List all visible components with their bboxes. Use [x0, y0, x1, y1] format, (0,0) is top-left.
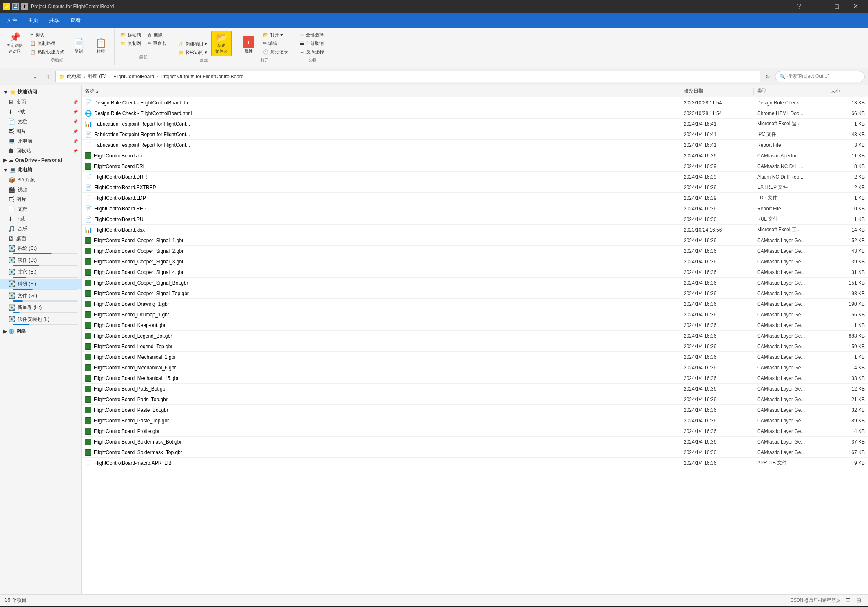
easy-access-button[interactable]: ⭐ 轻松访问 ▾	[176, 49, 210, 56]
history-button[interactable]: 🕐 历史记录	[261, 48, 291, 56]
table-row[interactable]: FlightControlBoard_Pads_Bot.gbr 2024/1/4…	[82, 384, 868, 394]
table-row[interactable]: 📄 FlightControlBoard.RUL 2024/1/4 16:36 …	[82, 214, 868, 225]
sidebar-item-recycle[interactable]: 🗑 回收站 📌	[0, 146, 81, 156]
copy-to-button[interactable]: 📁 复制到	[118, 40, 144, 47]
sidebar-item-downloads[interactable]: ⬇ 下载 📌	[0, 107, 81, 117]
address-path[interactable]: 📁 此电脑 › 科研 (F:) › FlightControlBoard › P…	[55, 71, 760, 82]
table-row[interactable]: 📊 Fabrication Testpoint Report for Fligh…	[82, 119, 868, 129]
network-header[interactable]: ▶ 🌐 网络	[0, 326, 81, 336]
sidebar-drive-e[interactable]: 💽 其它 (E:)	[0, 267, 81, 277]
col-header-size[interactable]: 大小	[827, 88, 868, 95]
sidebar-item-3d[interactable]: 📦 3D 对象	[0, 175, 81, 185]
table-row[interactable]: 📄 Design Rule Check - FlightControlBoard…	[82, 97, 868, 108]
table-row[interactable]: 📄 FlightControlBoard.REP 2024/1/4 16:36 …	[82, 203, 868, 214]
table-row[interactable]: FlightControlBoard_Mechanical_6.gbr 2024…	[82, 362, 868, 373]
table-row[interactable]: 📄 FlightControlBoard.DRR 2024/1/4 16:39 …	[82, 172, 868, 182]
recent-button[interactable]: ⌄	[29, 71, 41, 82]
table-row[interactable]: FlightControlBoard_Keep-out.gbr 2024/1/4…	[82, 320, 868, 331]
copy-button[interactable]: 📄 复制	[68, 37, 89, 56]
refresh-button[interactable]: ↻	[762, 71, 773, 82]
save-icon[interactable]: 💾	[12, 3, 19, 10]
file-list[interactable]: 名称▲ 修改日期 类型 大小 📄 Design Rule Check - Fli…	[82, 85, 868, 594]
pin-to-quick-access-button[interactable]: 📌 固定到快速访问	[3, 31, 26, 56]
sidebar-drive-f[interactable]: 💽 科研 (F:)	[0, 279, 81, 289]
table-row[interactable]: 🌐 Design Rule Check - FlightControlBoard…	[82, 108, 868, 119]
table-row[interactable]: 📄 Fabrication Testpoint Report for Fligh…	[82, 140, 868, 150]
deselect-all-button[interactable]: ☰ 全部取消	[298, 40, 327, 47]
table-row[interactable]: FlightControlBoard_Mechanical_1.gbr 2024…	[82, 352, 868, 362]
path-segment-project[interactable]: FlightControlBoard	[113, 74, 154, 79]
new-folder-button[interactable]: 📂 新建文件夹	[211, 31, 232, 56]
sidebar-item-pictures2[interactable]: 🖼 图片	[0, 194, 81, 204]
table-row[interactable]: FlightControlBoard_Legend_Top.gbr 2024/1…	[82, 341, 868, 352]
table-row[interactable]: FlightControlBoard_Drillmap_1.gbr 2024/1…	[82, 309, 868, 320]
forward-button[interactable]: →	[16, 71, 28, 82]
table-row[interactable]: FlightControlBoard.DRL 2024/1/4 16:39 CA…	[82, 161, 868, 172]
sidebar-item-music[interactable]: 🎵 音乐	[0, 224, 81, 234]
sidebar-item-desktop2[interactable]: 🖥 桌面	[0, 234, 81, 243]
close-button[interactable]: ✕	[846, 0, 865, 13]
sidebar-drive-i[interactable]: 💽 软件安装包 (I:)	[0, 314, 81, 324]
properties-button[interactable]: i 属性	[239, 35, 259, 56]
col-header-name[interactable]: 名称▲	[82, 88, 680, 95]
delete-button[interactable]: 🗑 删除	[145, 31, 169, 39]
sidebar-item-video[interactable]: 🎬 视频	[0, 185, 81, 194]
table-row[interactable]: FlightControlBoard_Copper_Signal_4.gbr 2…	[82, 267, 868, 278]
up-button[interactable]: ↑	[42, 71, 54, 82]
sidebar-drive-c[interactable]: 💽 系统 (C:)	[0, 243, 81, 253]
table-row[interactable]: FlightControlBoard_Soldermask_Bot.gbr 20…	[82, 437, 868, 447]
help-button[interactable]: ?	[790, 0, 808, 13]
copy-path-button[interactable]: 📋 复制路径	[28, 40, 67, 47]
table-row[interactable]: FlightControlBoard_Profile.gbr 2024/1/4 …	[82, 426, 868, 437]
col-header-type[interactable]: 类型	[754, 88, 827, 95]
sidebar-item-documents[interactable]: 📄 文档 📌	[0, 117, 81, 126]
table-row[interactable]: FlightControlBoard_Copper_Signal_Bot.gbr…	[82, 278, 868, 288]
sidebar-drive-g[interactable]: 💽 文件 (G:)	[0, 291, 81, 300]
sidebar-item-downloads2[interactable]: ⬇ 下载	[0, 214, 81, 224]
sidebar-drive-h[interactable]: 💽 新加卷 (H:)	[0, 302, 81, 312]
table-row[interactable]: FlightControlBoard_Soldermask_Top.gbr 20…	[82, 447, 868, 458]
menu-file[interactable]: 文件	[2, 15, 22, 26]
table-row[interactable]: FlightControlBoard_Pads_Top.gbr 2024/1/4…	[82, 394, 868, 405]
table-row[interactable]: FlightControlBoard_Legend_Bot.gbr 2024/1…	[82, 331, 868, 341]
table-row[interactable]: 📄 FlightControlBoard-macro.APR_LIB 2024/…	[82, 458, 868, 468]
menu-share[interactable]: 共享	[44, 15, 64, 26]
thispc-section-header[interactable]: ▼ 💻 此电脑	[0, 165, 81, 175]
back-button[interactable]: ←	[3, 71, 15, 82]
table-row[interactable]: FlightControlBoard_Copper_Signal_1.gbr 2…	[82, 235, 868, 246]
details-view-button[interactable]: ☰	[844, 596, 853, 605]
table-row[interactable]: FlightControlBoard_Mechanical_15.gbr 202…	[82, 373, 868, 384]
rename-button[interactable]: ✏ 重命名	[145, 40, 169, 47]
table-row[interactable]: FlightControlBoard_Copper_Signal_3.gbr 2…	[82, 256, 868, 267]
table-row[interactable]: 📄 Fabrication Testpoint Report for Fligh…	[82, 129, 868, 140]
menu-view[interactable]: 查看	[65, 15, 86, 26]
col-header-date[interactable]: 修改日期	[680, 88, 754, 95]
table-row[interactable]: FlightControlBoard.apr 2024/1/4 16:36 CA…	[82, 150, 868, 161]
sidebar-item-thispc-quick[interactable]: 💻 此电脑 📌	[0, 136, 81, 146]
move-to-button[interactable]: 📂 移动到	[118, 31, 144, 39]
invert-select-button[interactable]: ↔ 反向选择	[298, 48, 327, 56]
search-box[interactable]: 🔍 搜索"Project Out..."	[775, 71, 865, 82]
paste-shortcut-button[interactable]: 📋 粘贴快捷方式	[28, 48, 67, 56]
new-item-button[interactable]: ✨ 新建项目 ▾	[176, 40, 210, 48]
sidebar-item-pictures[interactable]: 🖼 图片 📌	[0, 126, 81, 136]
path-segment-outputs[interactable]: Project Outputs for FlightControlBoard	[161, 74, 243, 79]
edit-button[interactable]: ✏ 编辑	[261, 40, 291, 47]
table-row[interactable]: FlightControlBoard_Copper_Signal_2.gbr 2…	[82, 246, 868, 256]
table-row[interactable]: FlightControlBoard_Drawing_1.gbr 2024/1/…	[82, 299, 868, 309]
maximize-button[interactable]: □	[827, 0, 846, 13]
up-icon[interactable]: ⬆	[21, 3, 28, 10]
table-row[interactable]: FlightControlBoard_Copper_Signal_Top.gbr…	[82, 288, 868, 299]
paste-button[interactable]: 📋 粘贴	[91, 37, 111, 56]
open-button[interactable]: 📂 打开 ▾	[261, 31, 291, 39]
sidebar-drive-d[interactable]: 💽 软件 (D:)	[0, 255, 81, 265]
cut-button[interactable]: ✂ 剪切	[28, 31, 67, 39]
table-row[interactable]: FlightControlBoard_Paste_Top.gbr 2024/1/…	[82, 415, 868, 426]
minimize-button[interactable]: –	[808, 0, 827, 13]
table-row[interactable]: FlightControlBoard_Paste_Bot.gbr 2024/1/…	[82, 405, 868, 415]
path-segment-pc[interactable]: 此电脑	[67, 73, 82, 80]
menu-home[interactable]: 主页	[23, 15, 43, 26]
quick-access-header[interactable]: ▼ ⭐ 快速访问	[0, 87, 81, 97]
path-segment-drive[interactable]: 科研 (F:)	[88, 73, 107, 80]
table-row[interactable]: 📄 FlightControlBoard.LDP 2024/1/4 16:39 …	[82, 193, 868, 203]
